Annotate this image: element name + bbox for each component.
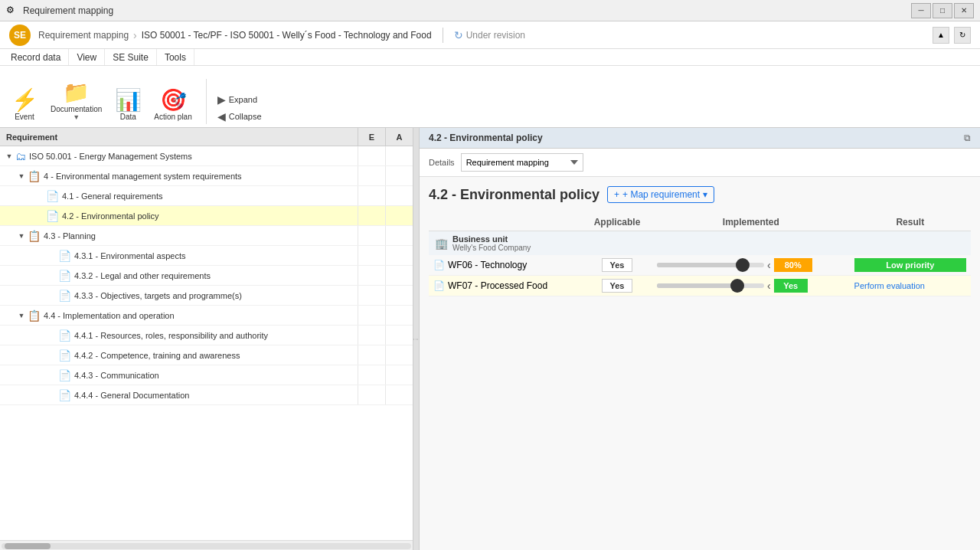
planning-label: 4.3 - Planning xyxy=(44,231,358,241)
breadcrumb-page-title: ISO 50001 - Tec/PF - ISO 50001 - Welly´s… xyxy=(142,30,432,41)
ribbon-expand-button[interactable]: ▶ Expand xyxy=(213,92,266,107)
e-column-header: E xyxy=(358,128,385,146)
gen-doc-e-cell xyxy=(358,385,385,404)
toggle-planning[interactable]: ▼ xyxy=(15,230,28,242)
wf07-perform-eval-link[interactable]: Perform evaluation xyxy=(854,281,925,290)
data-label: Data xyxy=(120,113,136,121)
close-button[interactable]: ✕ xyxy=(954,3,974,18)
ribbon-collapse-button[interactable]: ◀ Collapse xyxy=(213,109,266,124)
right-pane-body: 4.2 - Environmental policy + + Map requi… xyxy=(420,177,980,550)
iso50001-a-cell xyxy=(385,146,413,165)
wf07-slider-fill xyxy=(657,283,737,288)
communication-icon: 📄 xyxy=(58,369,71,381)
communication-e-cell xyxy=(358,365,385,385)
tree-item-env-policy[interactable]: 📄 4.2 - Environmental policy xyxy=(0,206,413,226)
tab-view[interactable]: View xyxy=(69,49,105,65)
env-mgmt-e-cell xyxy=(358,166,385,185)
wf06-name: WF06 - Technology xyxy=(448,260,527,270)
resources-e-cell xyxy=(358,326,385,345)
tab-se-suite[interactable]: SE Suite xyxy=(105,49,157,65)
data-icon: 📊 xyxy=(115,90,142,111)
tree-item-communication[interactable]: 📄 4.4.3 - Communication xyxy=(0,365,413,385)
legal-req-label: 4.3.2 - Legal and other requirements xyxy=(74,271,358,280)
tab-record-data[interactable]: Record data xyxy=(3,49,69,65)
map-requirement-button[interactable]: + + Map requirement ▾ xyxy=(607,186,714,203)
toggle-impl-op[interactable]: ▼ xyxy=(15,309,28,322)
ribbon-expand-collapse: ▶ Expand ◀ Collapse xyxy=(213,92,266,124)
wf06-slider-thumb[interactable] xyxy=(736,258,750,272)
nav-refresh-button[interactable]: ↻ xyxy=(954,27,971,44)
titlebar-title: Requirement mapping xyxy=(23,5,911,16)
action-plan-icon: 🎯 xyxy=(160,90,187,111)
pane-splitter[interactable]: ⋮ xyxy=(413,128,420,550)
scroll-thumb[interactable] xyxy=(5,543,51,549)
tab-tools[interactable]: Tools xyxy=(157,49,194,65)
objectives-icon: 📄 xyxy=(58,290,71,302)
communication-label: 4.4.3 - Communication xyxy=(74,371,358,380)
ribbon-documentation-button[interactable]: 📁 Documentation ▼ xyxy=(46,79,106,124)
tree-item-env-mgmt[interactable]: ▼ 📋 4 - Environmental management system … xyxy=(0,166,413,186)
ribbon-event-button[interactable]: ⚡ Event xyxy=(6,87,43,124)
tree-item-objectives[interactable]: 📄 4.3.3 - Objectives, targets and progra… xyxy=(0,286,413,306)
map-req-arrow: ▾ xyxy=(703,189,707,200)
tree-item-planning[interactable]: ▼ 📋 4.3 - Planning xyxy=(0,226,413,246)
breadcrumb-divider xyxy=(443,28,443,43)
ribbon-group-record-data: ⚡ Event 📁 Documentation ▼ 📊 Data 🎯 Actio… xyxy=(6,79,207,124)
impl-op-a-cell xyxy=(385,306,413,325)
expand-icon: ▶ xyxy=(217,93,226,106)
wf07-slider-thumb[interactable] xyxy=(730,279,744,293)
scroll-track[interactable] xyxy=(2,543,411,549)
bu-name: Welly's Food Company xyxy=(452,244,531,252)
legal-req-icon: 📄 xyxy=(58,270,71,282)
tree-item-iso50001[interactable]: ▼ 🗂 ISO 50.001 - Energy Management Syste… xyxy=(0,146,413,166)
breadcrumb-separator: › xyxy=(133,29,137,41)
tree-item-gen-doc[interactable]: 📄 4.4.4 - General Documentation xyxy=(0,385,413,405)
wf07-slider-arrow[interactable]: ‹ xyxy=(767,280,771,292)
wf07-impl-button[interactable]: Yes xyxy=(774,279,808,293)
breadcrumb-app-name[interactable]: Requirement mapping xyxy=(38,30,129,41)
app-logo: SE xyxy=(9,25,31,46)
requirement-tree: ▼ 🗂 ISO 50.001 - Energy Management Syste… xyxy=(0,146,413,540)
revision-label: Under revision xyxy=(466,30,525,41)
wf07-applicable-button[interactable]: Yes xyxy=(602,279,633,293)
wf06-applicable-button[interactable]: Yes xyxy=(602,258,633,272)
general-req-a-cell xyxy=(385,186,413,205)
ribbon-content: ⚡ Event 📁 Documentation ▼ 📊 Data 🎯 Actio… xyxy=(0,66,980,127)
tree-item-general-req[interactable]: 📄 4.1 - General requirements xyxy=(0,186,413,206)
general-req-e-cell xyxy=(358,186,385,205)
toggle-iso50001[interactable]: ▼ xyxy=(3,150,15,162)
documentation-icon: 📁 xyxy=(63,82,90,103)
wf07-slider-container: ‹ Yes xyxy=(657,279,845,293)
tree-item-resources[interactable]: 📄 4.4.1 - Resources, roles, responsibili… xyxy=(0,326,413,345)
env-aspects-a-cell xyxy=(385,246,413,265)
ribbon-group-tools: ▶ Expand ◀ Collapse xyxy=(213,92,276,124)
wf06-slider-track[interactable] xyxy=(657,263,764,267)
ribbon-data-button[interactable]: 📊 Data xyxy=(109,87,146,124)
map-req-label: + Map requirement xyxy=(622,189,700,200)
wf07-slider-track[interactable] xyxy=(657,283,764,288)
tree-item-impl-op[interactable]: ▼ 📋 4.4 - Implementation and operation xyxy=(0,306,413,326)
nav-up-button[interactable]: ▲ xyxy=(933,27,949,44)
expand-panel-button[interactable]: ⧉ xyxy=(964,133,971,143)
breadcrumb-nav: ▲ ↻ xyxy=(933,27,971,44)
gen-doc-icon: 📄 xyxy=(58,389,71,401)
maximize-button[interactable]: □ xyxy=(933,3,952,18)
ribbon-action-plan-button[interactable]: 🎯 Action plan xyxy=(149,87,196,124)
tree-item-env-aspects[interactable]: 📄 4.3.1 - Environmental aspects xyxy=(0,246,413,266)
view-dropdown[interactable]: Requirement mapping xyxy=(461,153,583,172)
tree-item-competence[interactable]: 📄 4.4.2 - Competence, training and aware… xyxy=(0,345,413,365)
competence-a-cell xyxy=(385,345,413,365)
horizontal-scrollbar[interactable] xyxy=(0,540,413,550)
toggle-env-mgmt[interactable]: ▼ xyxy=(15,170,28,182)
wf06-slider-container: ‹ 80% xyxy=(657,258,845,272)
window-controls: ─ □ ✕ xyxy=(911,3,974,18)
details-label: Details xyxy=(429,158,455,167)
env-aspects-e-cell xyxy=(358,246,385,265)
tree-item-legal-req[interactable]: 📄 4.3.2 - Legal and other requirements xyxy=(0,266,413,286)
breadcrumb-bar: SE Requirement mapping › ISO 50001 - Tec… xyxy=(0,21,980,49)
left-pane-header: Requirement E A xyxy=(0,128,413,146)
minimize-button[interactable]: ─ xyxy=(911,3,931,18)
right-pane-header: 4.2 - Environmental policy ⧉ xyxy=(420,128,980,149)
toggle-general-req xyxy=(40,190,46,202)
wf06-slider-arrow[interactable]: ‹ xyxy=(767,259,771,271)
